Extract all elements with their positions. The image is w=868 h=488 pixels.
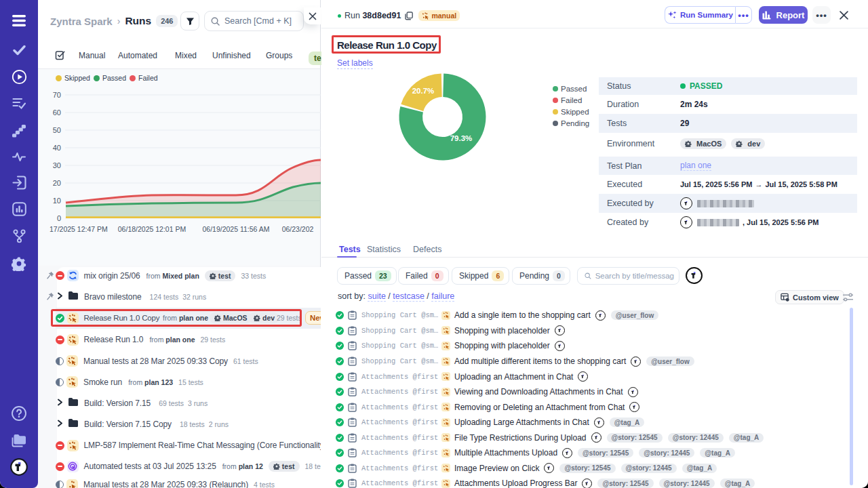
svg-text:06/18/2025 12:01 PM: 06/18/2025 12:01 PM	[118, 225, 186, 233]
svg-text:10: 10	[53, 197, 61, 205]
svg-text:20.7%: 20.7%	[412, 87, 435, 95]
svg-text:17/2025 12:47 PM: 17/2025 12:47 PM	[50, 225, 108, 233]
svg-text:50: 50	[53, 126, 61, 134]
svg-text:06/23/202: 06/23/202	[282, 225, 314, 233]
svg-text:06/19/2025 11:56 AM: 06/19/2025 11:56 AM	[202, 225, 269, 233]
svg-text:40: 40	[53, 144, 61, 152]
svg-text:0: 0	[57, 214, 61, 222]
svg-text:30: 30	[53, 161, 61, 169]
svg-text:20: 20	[53, 179, 61, 187]
svg-text:70: 70	[53, 91, 61, 99]
svg-text:79.3%: 79.3%	[450, 134, 473, 142]
svg-text:60: 60	[53, 108, 61, 117]
